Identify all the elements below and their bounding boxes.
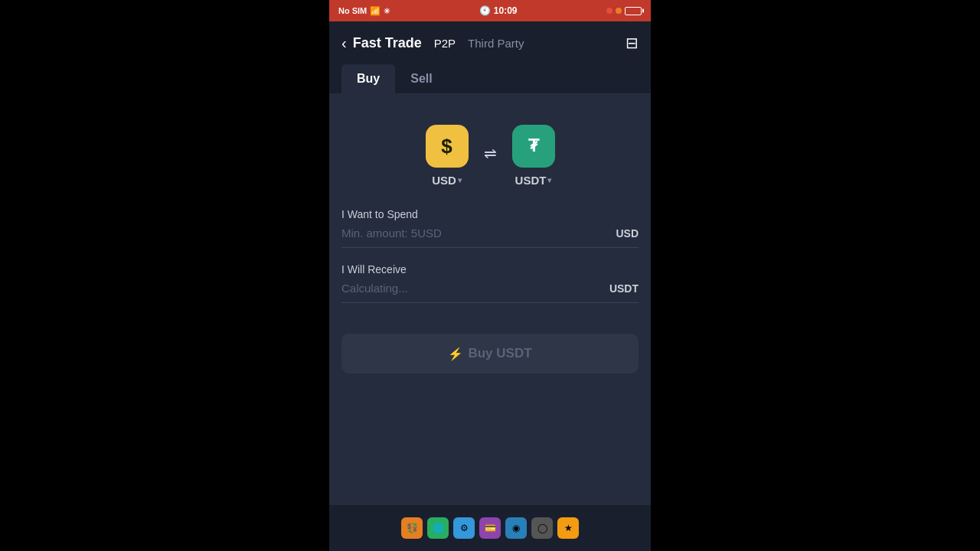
chevron-down-icon-2: ▾ xyxy=(547,176,551,184)
usdt-icon: ₮ xyxy=(512,125,555,168)
dock-icon-4[interactable]: 💳 xyxy=(479,517,501,539)
wifi-icon: 📶 xyxy=(370,6,381,16)
tab-buy[interactable]: Buy xyxy=(341,64,395,93)
nav-third-party[interactable]: Third Party xyxy=(468,37,524,50)
clock-icon: 🕙 xyxy=(479,5,491,16)
dock-icon-5[interactable]: ◉ xyxy=(505,517,527,539)
battery-icon xyxy=(625,7,642,15)
spend-input[interactable] xyxy=(341,227,616,240)
usdt-symbol: ₮ xyxy=(528,138,539,155)
dock-icon-3[interactable]: ⚙ xyxy=(453,517,475,539)
spend-input-row: USD xyxy=(341,227,639,248)
nav-p2p[interactable]: P2P xyxy=(434,37,456,50)
spend-label: I Want to Spend xyxy=(341,208,639,220)
buy-button-label: Buy USDT xyxy=(468,346,531,361)
usdt-label: USDT ▾ xyxy=(515,174,552,187)
dot-orange xyxy=(616,8,622,14)
spend-currency: USD xyxy=(616,227,639,240)
chevron-down-icon: ▾ xyxy=(458,176,462,184)
status-left: No SIM 📶 ✳ xyxy=(338,6,390,16)
main-content: $ USD ▾ ⇌ ₮ USDT ▾ I Want to Spend xyxy=(329,94,651,505)
from-currency-item[interactable]: $ USD ▾ xyxy=(426,125,469,187)
receive-input[interactable] xyxy=(341,282,609,295)
receive-currency: USDT xyxy=(609,282,639,295)
back-button[interactable]: ‹ xyxy=(341,34,347,52)
dot-red xyxy=(606,8,612,14)
lightning-icon: ⚡ xyxy=(448,347,463,361)
status-bar: No SIM 📶 ✳ 🕙 10:09 xyxy=(329,0,651,21)
swap-icon[interactable]: ⇌ xyxy=(484,144,497,162)
time-text: 10:09 xyxy=(494,5,518,16)
status-right xyxy=(606,7,642,15)
usd-label: USD ▾ xyxy=(432,174,462,187)
header-nav: P2P Third Party xyxy=(434,37,626,50)
receive-field-group: I Will Receive USDT xyxy=(341,263,639,303)
usd-icon: $ xyxy=(426,125,469,168)
to-currency-item[interactable]: ₮ USDT ▾ xyxy=(512,125,555,187)
dock-icon-1[interactable]: 💱 xyxy=(401,517,423,539)
menu-icon[interactable]: ⊟ xyxy=(626,34,639,52)
receive-input-row: USDT xyxy=(341,282,639,303)
spend-field-group: I Want to Spend USD xyxy=(341,208,639,248)
dock-icon-7[interactable]: ★ xyxy=(557,517,579,539)
currency-selector: $ USD ▾ ⇌ ₮ USDT ▾ xyxy=(341,112,639,193)
signal-icon: ✳ xyxy=(384,7,390,15)
status-center: 🕙 10:09 xyxy=(479,5,518,16)
battery-fill xyxy=(626,8,631,14)
page-title: Fast Trade xyxy=(353,35,422,51)
header: ‹ Fast Trade P2P Third Party ⊟ xyxy=(329,21,651,64)
tabs: Buy Sell xyxy=(329,64,651,94)
tab-sell[interactable]: Sell xyxy=(395,64,447,93)
dock-icon-6[interactable]: ◯ xyxy=(531,517,553,539)
buy-usdt-button[interactable]: ⚡ Buy USDT xyxy=(341,334,639,373)
carrier-text: No SIM xyxy=(338,6,367,15)
usd-symbol: $ xyxy=(441,135,452,158)
receive-label: I Will Receive xyxy=(341,263,639,276)
bottom-bar: 💱 🌐 ⚙ 💳 ◉ ◯ ★ xyxy=(329,505,651,551)
dock-icon-2[interactable]: 🌐 xyxy=(427,517,449,539)
